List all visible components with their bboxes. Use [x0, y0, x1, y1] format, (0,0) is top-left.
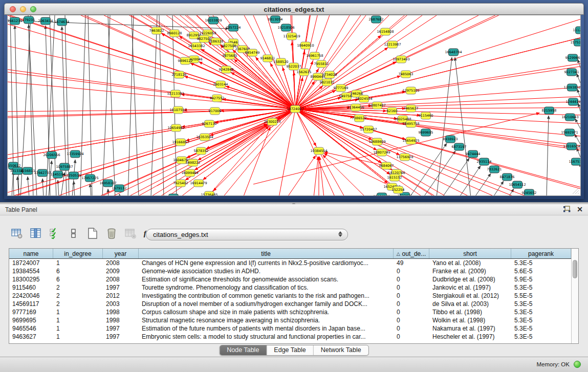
- select-column-icon[interactable]: [29, 227, 42, 240]
- table-row[interactable]: 969969511998Structural magnetic resonanc…: [9, 316, 572, 324]
- scrollbar-thumb[interactable]: [573, 260, 577, 278]
- graph-node-yellow[interactable]: 1562615: [297, 69, 312, 76]
- graph-node-yellow[interactable]: 16154808: [377, 28, 394, 35]
- graph-node-yellow[interactable]: 8660128: [167, 30, 182, 37]
- graph-node-teal[interactable]: 9245652: [522, 189, 537, 196]
- graph-node-teal[interactable]: 20206556: [43, 151, 60, 159]
- graph-node-yellow[interactable]: 18807249: [373, 149, 390, 156]
- graph-node-teal[interactable]: 12093832: [563, 84, 580, 91]
- close-panel-icon[interactable]: ✕: [577, 206, 583, 213]
- svg-text:1733426: 1733426: [398, 194, 412, 196]
- table-row[interactable]: 946554611997Estimation of the future num…: [9, 324, 572, 333]
- cell-pagerank: 5.3E-5: [511, 283, 571, 292]
- graph-node-yellow[interactable]: 12213383: [167, 90, 184, 97]
- graph-node-yellow[interactable]: 9115460: [419, 112, 433, 119]
- cell-in_degree: 1: [53, 316, 103, 324]
- graph-node-yellow[interactable]: 16914479: [190, 180, 207, 187]
- graph-node-yellow[interactable]: 11325419: [283, 33, 300, 40]
- graph-node-yellow[interactable]: 8267130: [202, 120, 217, 127]
- svg-text:15136141: 15136141: [373, 194, 390, 196]
- resize-grip-icon[interactable]: [572, 187, 579, 194]
- table-row[interactable]: 1938455462009Genome-wide association stu…: [9, 267, 572, 275]
- graph-node-teal[interactable]: 1167531: [569, 158, 581, 165]
- table-row[interactable]: 1456911722003Disruption of a novel membe…: [9, 300, 572, 308]
- graph-node-yellow[interactable]: 9875685: [223, 52, 237, 59]
- graph-node-yellow[interactable]: 152254: [392, 186, 405, 193]
- svg-text:10654982: 10654982: [167, 126, 184, 130]
- table-row[interactable]: 2242004622012Investigating the contribut…: [9, 292, 572, 300]
- graph-node-yellow[interactable]: 18640910: [297, 42, 314, 49]
- graph-node-yellow[interactable]: 7625402: [173, 180, 188, 187]
- table-row[interactable]: 1830029562008Estimation of significance …: [9, 275, 572, 283]
- graph-node-teal[interactable]: 779235: [23, 16, 35, 24]
- graph-node-yellow[interactable]: 7955812: [314, 60, 329, 68]
- graph-node-teal[interactable]: 10975887: [56, 163, 73, 170]
- select-rows-checklist-icon[interactable]: [48, 227, 61, 240]
- network-window-titlebar[interactable]: citations_edges.txt: [4, 3, 584, 15]
- graph-node-yellow[interactable]: 917006: [209, 107, 222, 115]
- graph-node-yellow[interactable]: 2603144: [213, 81, 228, 88]
- column-header-title[interactable]: title: [139, 249, 394, 258]
- graph-node-yellow[interactable]: 9146821: [260, 55, 275, 62]
- graph-node-teal[interactable]: 15136141: [373, 193, 390, 196]
- svg-text:8660128: 8660128: [167, 31, 182, 35]
- row-height-icon[interactable]: [67, 227, 80, 240]
- graph-node-yellow[interactable]: 9522037: [287, 63, 301, 70]
- table-row[interactable]: 977716911998Corpus callosum shape and si…: [9, 308, 572, 316]
- column-header-in_degree[interactable]: in_degree: [53, 249, 103, 258]
- table-row[interactable]: 911546021997Tourette syndrome. Phenomeno…: [9, 283, 572, 292]
- graph-node-teal[interactable]: 17957225: [81, 174, 98, 182]
- svg-text:1615152: 1615152: [387, 176, 402, 180]
- graph-node-teal[interactable]: 9857791: [166, 194, 181, 196]
- graph-node-teal[interactable]: 17359924: [67, 150, 83, 158]
- graph-node-yellow[interactable]: 7485063: [399, 71, 413, 78]
- delete-entries-trash-icon[interactable]: [105, 227, 118, 240]
- graph-node-teal[interactable]: 8471876: [500, 173, 515, 181]
- network-canvas[interactable]: 1603380978572248813054192185062687682969…: [7, 15, 581, 196]
- graph-node-teal[interactable]: 1145194: [51, 171, 66, 178]
- cell-year: 2009: [103, 267, 139, 275]
- column-header-pagerank[interactable]: pagerank: [511, 249, 571, 258]
- graph-node-yellow[interactable]: 19166857: [172, 139, 189, 146]
- table-row[interactable]: 1872400712008Changes of HCN gene express…: [9, 259, 572, 267]
- graph-node-yellow[interactable]: 16353594: [196, 134, 213, 141]
- citation-network-graph[interactable]: 1603380978572248813054192185062687682969…: [8, 15, 581, 196]
- graph-node-yellow[interactable]: 15736485: [201, 191, 217, 196]
- float-panel-icon[interactable]: [563, 206, 571, 213]
- column-header-year[interactable]: year: [103, 249, 139, 258]
- graph-node-teal[interactable]: 6873197: [452, 143, 467, 150]
- vertical-scrollbar[interactable]: [571, 249, 578, 343]
- column-header-out_de[interactable]: △out_de...: [394, 249, 429, 258]
- node-table: namein_degreeyeartitle△out_de...shortpag…: [9, 248, 579, 344]
- graph-node-teal[interactable]: 16648784: [445, 49, 462, 56]
- graph-node-yellow[interactable]: 12975105: [402, 87, 419, 94]
- table-selector-dropdown[interactable]: citations_edges.txt: [146, 229, 348, 240]
- create-table-icon[interactable]: [86, 227, 99, 240]
- graph-node-teal[interactable]: 7857224: [226, 24, 241, 31]
- graph-node-teal[interactable]: 7832621: [487, 166, 502, 173]
- svg-text:15751074: 15751074: [570, 40, 581, 45]
- graph-node-yellow[interactable]: 12213987: [384, 41, 401, 48]
- graph-node-yellow[interactable]: 9427552: [210, 95, 225, 102]
- graph-node-yellow[interactable]: 16961758: [306, 52, 323, 59]
- graph-node-yellow[interactable]: 15720407: [360, 126, 377, 133]
- graph-node-teal[interactable]: 10654112: [509, 181, 526, 188]
- graph-node-teal[interactable]: 16958107: [99, 180, 116, 187]
- graph-node-teal[interactable]: 2687682: [369, 16, 384, 23]
- graph-node-teal[interactable]: 1112453: [573, 27, 581, 34]
- table-row[interactable]: 946362711997Embryonic stem cells: a mode…: [9, 333, 572, 341]
- graph-node-teal[interactable]: 9227341: [564, 69, 579, 76]
- cell-in_degree: 1: [53, 259, 103, 267]
- graph-node-yellow[interactable]: 62160: [387, 107, 398, 115]
- tab-node-table[interactable]: Node Table: [220, 345, 267, 355]
- tab-edge-table[interactable]: Edge Table: [267, 345, 313, 355]
- graph-node-teal[interactable]: 8813054: [268, 16, 283, 23]
- column-header-name[interactable]: name: [9, 249, 53, 258]
- column-header-short[interactable]: short: [429, 249, 511, 258]
- table-settings-icon[interactable]: [10, 227, 24, 240]
- graph-node-teal[interactable]: 17942737: [34, 169, 51, 177]
- graph-node-teal[interactable]: 1674634: [55, 18, 70, 26]
- tab-network-table[interactable]: Network Table: [314, 345, 368, 355]
- graph-node-teal[interactable]: 9699695: [419, 129, 433, 136]
- graph-node-teal[interactable]: 2063414: [38, 17, 53, 25]
